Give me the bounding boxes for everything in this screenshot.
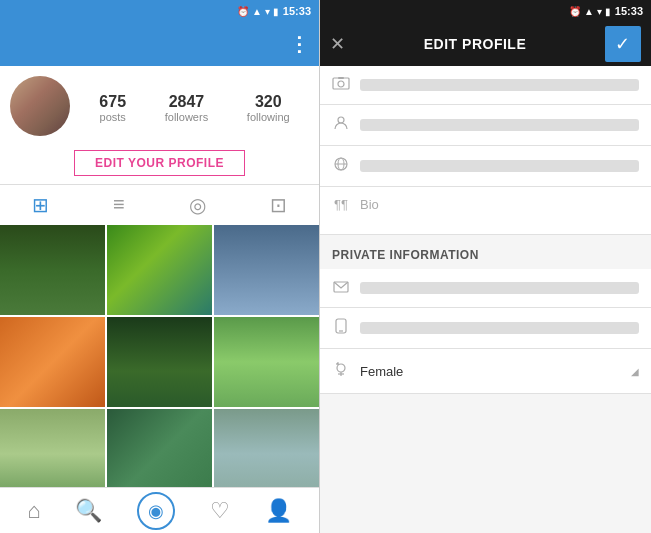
home-nav-icon[interactable]: ⌂ bbox=[27, 498, 40, 524]
private-info-title: PRIVATE INFORMATION bbox=[332, 248, 479, 262]
globe-field-icon bbox=[332, 156, 350, 176]
status-bar-left: ⏰ ▲ ▾ ▮ 15:33 bbox=[0, 0, 319, 22]
email-field-icon bbox=[332, 279, 350, 297]
alarm-icon-right: ⏰ bbox=[569, 6, 581, 17]
signal-icon: ▲ bbox=[252, 6, 262, 17]
status-icons-left: ⏰ ▲ ▾ ▮ bbox=[237, 6, 279, 17]
photo-cell-1[interactable] bbox=[0, 225, 105, 315]
bio-icon: ¶¶ bbox=[332, 197, 350, 212]
stats-row: 675 posts 2847 followers 320 following bbox=[80, 89, 309, 123]
grid-view-icon[interactable]: ⊞ bbox=[32, 193, 49, 217]
wifi-icon: ▾ bbox=[265, 6, 270, 17]
website-value[interactable] bbox=[360, 160, 639, 172]
edit-form[interactable]: ¶¶ Bio PRIVATE INFORMATION bbox=[320, 66, 651, 533]
phone-field bbox=[320, 308, 651, 349]
following-label: following bbox=[247, 111, 290, 123]
checkmark-icon: ✓ bbox=[615, 33, 630, 55]
gender-value: Female bbox=[360, 364, 403, 379]
profile-photo-field bbox=[320, 66, 651, 105]
svg-rect-2 bbox=[338, 77, 344, 79]
posts-count: 675 bbox=[99, 93, 126, 111]
avatar bbox=[10, 76, 70, 136]
more-button[interactable]: ⋮ bbox=[289, 32, 309, 56]
battery-icon-right: ▮ bbox=[605, 6, 611, 17]
close-button[interactable]: ✕ bbox=[330, 33, 345, 55]
gender-icon bbox=[332, 361, 350, 381]
svg-point-10 bbox=[337, 364, 345, 372]
time-left: 15:33 bbox=[283, 5, 311, 17]
save-check-button[interactable]: ✓ bbox=[605, 26, 641, 62]
top-bar-left: ⋮ bbox=[0, 22, 319, 66]
camera-icon: ◉ bbox=[148, 500, 164, 522]
private-info-section: PRIVATE INFORMATION bbox=[320, 235, 651, 269]
name-field bbox=[320, 105, 651, 146]
email-value[interactable] bbox=[360, 282, 639, 294]
time-right: 15:33 bbox=[615, 5, 643, 17]
photo-cell-7[interactable] bbox=[0, 409, 105, 487]
profile-nav-icon[interactable]: 👤 bbox=[265, 498, 292, 524]
search-nav-icon[interactable]: 🔍 bbox=[75, 498, 102, 524]
email-field bbox=[320, 269, 651, 308]
battery-icon: ▮ bbox=[273, 6, 279, 17]
phone-field-icon bbox=[332, 318, 350, 338]
stat-followers: 2847 followers bbox=[165, 93, 208, 123]
left-panel: ⏰ ▲ ▾ ▮ 15:33 ⋮ 675 posts 2847 followers bbox=[0, 0, 320, 533]
location-icon[interactable]: ◎ bbox=[189, 193, 206, 217]
bottom-nav: ⌂ 🔍 ◉ ♡ 👤 bbox=[0, 487, 319, 533]
profile-photo-value[interactable] bbox=[360, 79, 639, 91]
alarm-icon: ⏰ bbox=[237, 6, 249, 17]
followers-count: 2847 bbox=[169, 93, 205, 111]
stat-following: 320 following bbox=[247, 93, 290, 123]
profile-nav: ⊞ ≡ ◎ ⊡ bbox=[0, 184, 319, 225]
avatar-image bbox=[10, 76, 70, 136]
camera-nav-button[interactable]: ◉ bbox=[137, 492, 175, 530]
photo-cell-3[interactable] bbox=[214, 225, 319, 315]
resize-icon: ◢ bbox=[631, 366, 639, 377]
photo-grid bbox=[0, 225, 319, 487]
photo-cell-8[interactable] bbox=[107, 409, 212, 487]
gender-field[interactable]: Female ◢ bbox=[320, 349, 651, 394]
status-icons-right: ⏰ ▲ ▾ ▮ bbox=[569, 6, 611, 17]
photo-field-icon bbox=[332, 76, 350, 94]
list-view-icon[interactable]: ≡ bbox=[113, 193, 125, 217]
photo-cell-6[interactable] bbox=[214, 317, 319, 407]
website-field bbox=[320, 146, 651, 187]
name-value[interactable] bbox=[360, 119, 639, 131]
bio-field[interactable]: ¶¶ Bio bbox=[320, 187, 651, 235]
tag-icon[interactable]: ⊡ bbox=[270, 193, 287, 217]
signal-icon-right: ▲ bbox=[584, 6, 594, 17]
edit-profile-title: EDIT PROFILE bbox=[424, 36, 526, 52]
posts-label: posts bbox=[100, 111, 126, 123]
heart-nav-icon[interactable]: ♡ bbox=[210, 498, 230, 524]
photo-cell-9[interactable] bbox=[214, 409, 319, 487]
phone-value[interactable] bbox=[360, 322, 639, 334]
photo-cell-5[interactable] bbox=[107, 317, 212, 407]
profile-section: 675 posts 2847 followers 320 following E… bbox=[0, 66, 319, 184]
right-panel: ⏰ ▲ ▾ ▮ 15:33 ✕ EDIT PROFILE ✓ bbox=[320, 0, 651, 533]
edit-profile-button[interactable]: EDIT YOUR PROFILE bbox=[74, 150, 245, 176]
stat-posts: 675 posts bbox=[99, 93, 126, 123]
followers-label: followers bbox=[165, 111, 208, 123]
following-count: 320 bbox=[255, 93, 282, 111]
photo-cell-4[interactable] bbox=[0, 317, 105, 407]
svg-point-1 bbox=[338, 81, 344, 87]
edit-top-bar: ✕ EDIT PROFILE ✓ bbox=[320, 22, 651, 66]
svg-point-3 bbox=[338, 117, 344, 123]
photo-cell-2[interactable] bbox=[107, 225, 212, 315]
profile-top: 675 posts 2847 followers 320 following bbox=[10, 76, 309, 136]
wifi-icon-right: ▾ bbox=[597, 6, 602, 17]
bio-label: Bio bbox=[360, 197, 379, 212]
person-field-icon bbox=[332, 115, 350, 135]
status-bar-right: ⏰ ▲ ▾ ▮ 15:33 bbox=[320, 0, 651, 22]
